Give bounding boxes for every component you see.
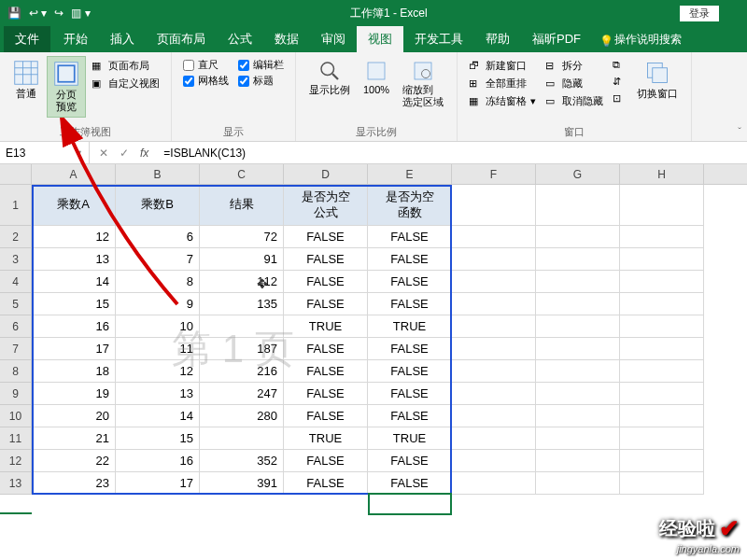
cell[interactable] xyxy=(452,450,536,472)
cell[interactable]: 391 xyxy=(200,472,284,495)
row-header-11[interactable]: 11 xyxy=(0,427,31,450)
row-header-4[interactable]: 4 xyxy=(0,271,31,293)
cell[interactable]: 12 xyxy=(32,226,116,248)
cell[interactable] xyxy=(536,360,620,383)
tab-foxit-pdf[interactable]: 福昕PDF xyxy=(521,26,592,52)
cell[interactable]: 91 xyxy=(200,248,284,271)
cell[interactable]: 135 xyxy=(200,293,284,315)
save-icon[interactable]: 💾 xyxy=(7,7,21,20)
reset-position-button[interactable]: ⊡ xyxy=(611,91,627,106)
cell[interactable] xyxy=(536,405,620,427)
cell[interactable]: 13 xyxy=(116,383,200,405)
enter-icon[interactable]: ✓ xyxy=(120,147,129,160)
row-header-9[interactable]: 9 xyxy=(0,383,31,405)
cell[interactable]: FALSE xyxy=(284,405,368,427)
cell[interactable]: 23 xyxy=(32,472,116,495)
freeze-panes-button[interactable]: ▦冻结窗格 ▾ xyxy=(467,93,538,109)
cell[interactable]: FALSE xyxy=(368,360,452,383)
side-by-side-button[interactable]: ⧉ xyxy=(611,58,627,73)
cell[interactable] xyxy=(536,338,620,360)
cell[interactable]: FALSE xyxy=(368,405,452,427)
row-header-3[interactable]: 3 xyxy=(0,248,31,271)
cell[interactable] xyxy=(536,450,620,472)
tab-home[interactable]: 开始 xyxy=(52,26,99,52)
normal-view-button[interactable]: 普通 xyxy=(7,56,45,104)
cell[interactable] xyxy=(536,226,620,248)
header-cell[interactable]: 乘数B xyxy=(116,185,200,226)
cell[interactable] xyxy=(452,383,536,405)
tab-view[interactable]: 视图 xyxy=(357,26,403,52)
cell[interactable] xyxy=(620,293,704,315)
header-cell[interactable]: 是否为空 函数 xyxy=(368,185,452,226)
col-header-H[interactable]: H xyxy=(620,164,704,184)
cell[interactable]: 19 xyxy=(32,383,116,405)
tab-page-layout[interactable]: 页面布局 xyxy=(146,26,217,52)
cell[interactable] xyxy=(620,472,704,495)
qat-more-icon[interactable]: ▥ ▾ xyxy=(71,7,90,20)
row-header-2[interactable]: 2 xyxy=(0,226,31,248)
row-header-13[interactable]: 13 xyxy=(0,472,31,495)
grid[interactable]: ABCDEFGH 乘数A乘数B结果是否为空 公式是否为空 函数12672FALS… xyxy=(32,164,747,560)
cell[interactable] xyxy=(452,248,536,271)
cell[interactable]: 22 xyxy=(32,450,116,472)
cell[interactable]: 9 xyxy=(116,293,200,315)
cell[interactable] xyxy=(452,405,536,427)
ruler-check[interactable] xyxy=(183,60,194,71)
cell[interactable] xyxy=(620,405,704,427)
cell[interactable]: 280 xyxy=(200,405,284,427)
cell[interactable]: 12 xyxy=(116,360,200,383)
cell[interactable]: FALSE xyxy=(368,383,452,405)
row-header-10[interactable]: 10 xyxy=(0,405,31,427)
unhide-button[interactable]: ▭取消隐藏 xyxy=(543,93,605,109)
cell[interactable]: FALSE xyxy=(284,450,368,472)
tab-developer[interactable]: 开发工具 xyxy=(403,26,474,52)
switch-windows-button[interactable]: 切换窗口 xyxy=(631,56,684,104)
cell[interactable]: 21 xyxy=(32,427,116,450)
cell[interactable]: 112 xyxy=(200,271,284,293)
undo-icon[interactable]: ↩ ▾ xyxy=(29,7,47,20)
cell[interactable]: 7 xyxy=(116,248,200,271)
cell[interactable] xyxy=(620,271,704,293)
tab-data[interactable]: 数据 xyxy=(263,26,310,52)
tab-formulas[interactable]: 公式 xyxy=(217,26,263,52)
cell[interactable]: 187 xyxy=(200,338,284,360)
col-header-E[interactable]: E xyxy=(368,164,452,184)
cell[interactable]: 247 xyxy=(200,383,284,405)
cell[interactable]: 10 xyxy=(116,315,200,338)
cell[interactable]: 216 xyxy=(200,360,284,383)
cell[interactable]: TRUE xyxy=(284,427,368,450)
formula-bar-checkbox[interactable]: 编辑栏 xyxy=(238,58,284,72)
cell[interactable]: 8 xyxy=(116,271,200,293)
cell[interactable] xyxy=(620,315,704,338)
cell[interactable] xyxy=(452,293,536,315)
row-header-5[interactable]: 5 xyxy=(0,293,31,315)
row-header-12[interactable]: 12 xyxy=(0,450,31,472)
header-cell[interactable]: 结果 xyxy=(200,185,284,226)
page-layout-button[interactable]: ▦页面布局 xyxy=(90,58,162,74)
zoom-selection-button[interactable]: 缩放到 选定区域 xyxy=(397,56,449,112)
cell[interactable]: 72 xyxy=(200,226,284,248)
cell[interactable] xyxy=(536,315,620,338)
cell[interactable]: FALSE xyxy=(368,248,452,271)
cell[interactable] xyxy=(452,427,536,450)
cell[interactable]: FALSE xyxy=(284,383,368,405)
cell[interactable]: FALSE xyxy=(284,226,368,248)
formula-input[interactable]: =ISBLANK(C13) xyxy=(158,147,747,160)
cell[interactable] xyxy=(620,427,704,450)
cell[interactable]: FALSE xyxy=(368,226,452,248)
cell[interactable] xyxy=(536,271,620,293)
cell[interactable] xyxy=(536,185,620,226)
cell[interactable]: 15 xyxy=(116,427,200,450)
cell[interactable]: 18 xyxy=(32,360,116,383)
cell[interactable] xyxy=(452,472,536,495)
cell[interactable]: FALSE xyxy=(368,271,452,293)
cell[interactable]: TRUE xyxy=(368,427,452,450)
select-all-corner[interactable] xyxy=(0,164,32,185)
cell[interactable]: 6 xyxy=(116,226,200,248)
row-header-7[interactable]: 7 xyxy=(0,338,31,360)
login-button[interactable]: 登录 xyxy=(680,6,719,21)
cell[interactable]: FALSE xyxy=(284,472,368,495)
gridlines-checkbox[interactable]: 网格线 xyxy=(183,74,229,88)
cell[interactable] xyxy=(620,338,704,360)
cell[interactable] xyxy=(620,383,704,405)
